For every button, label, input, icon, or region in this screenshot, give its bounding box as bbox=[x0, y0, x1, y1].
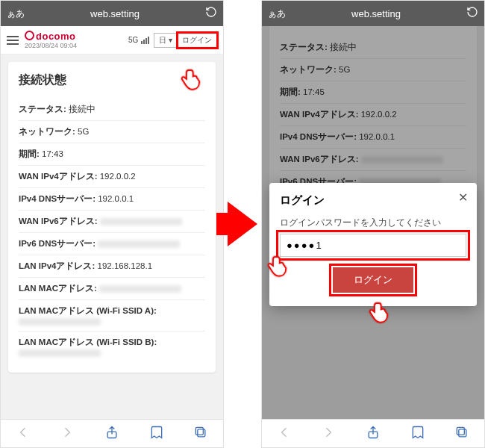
text-size-control[interactable]: ぁあ bbox=[268, 7, 286, 20]
info-row: 期間: 17:45 bbox=[280, 81, 466, 103]
info-row: WAN IPv6アドレス: bbox=[19, 210, 205, 232]
url-text[interactable]: web.setting bbox=[31, 8, 199, 19]
brand-logo: docomo bbox=[25, 31, 77, 42]
browser-toolbar bbox=[1, 419, 223, 447]
signal-label: 5G bbox=[128, 36, 138, 44]
info-row: WAN IPv4アドレス: 192.0.0.2 bbox=[19, 165, 205, 187]
transition-arrow-icon bbox=[224, 0, 261, 448]
forward-icon[interactable] bbox=[321, 425, 336, 443]
login-submit-button[interactable]: ログイン bbox=[333, 267, 413, 293]
svg-rect-1 bbox=[198, 429, 205, 436]
bookmarks-icon[interactable] bbox=[149, 425, 164, 443]
info-row: IPv4 DNSサーバー: 192.0.0.1 bbox=[280, 125, 466, 148]
info-row: WAN IPv6アドレス: bbox=[280, 148, 466, 170]
info-row: LAN MACアドレス (Wi-Fi SSID A): bbox=[19, 299, 205, 331]
info-row: IPv6 DNSサーバー: bbox=[19, 232, 205, 255]
pointer-hand-icon bbox=[366, 299, 392, 325]
info-row: IPv4 DNSサーバー: 192.0.0.1 bbox=[19, 187, 205, 210]
browser-toolbar bbox=[262, 419, 484, 447]
password-input[interactable] bbox=[280, 234, 466, 257]
close-icon[interactable]: ✕ bbox=[458, 190, 468, 205]
reload-icon[interactable] bbox=[466, 6, 478, 21]
info-row: LAN IPv4アドレス: 192.168.128.1 bbox=[19, 255, 205, 277]
info-row: LAN MACアドレス: bbox=[19, 277, 205, 299]
back-icon[interactable] bbox=[16, 425, 31, 443]
svg-rect-5 bbox=[457, 427, 465, 435]
info-row: 期間: 17:43 bbox=[19, 143, 205, 165]
bookmarks-icon[interactable] bbox=[410, 425, 425, 443]
pointer-hand-icon bbox=[178, 66, 204, 92]
phone-before: ぁあ web.setting docomo 2023/08/24 09:04 5… bbox=[0, 0, 224, 448]
login-button[interactable]: ログイン bbox=[178, 33, 217, 48]
text-size-control[interactable]: ぁあ bbox=[7, 7, 25, 20]
password-label: ログインパスワードを入力してください bbox=[280, 217, 466, 229]
pointer-hand-icon bbox=[265, 253, 290, 279]
share-icon[interactable] bbox=[104, 425, 119, 443]
login-modal: ✕ ログイン ログインパスワードを入力してください ログイン bbox=[269, 183, 477, 306]
content-area: ステータス: 接続中ネットワーク: 5G期間: 17:45WAN IPv4アドレ… bbox=[262, 26, 484, 419]
back-icon[interactable] bbox=[277, 425, 292, 443]
info-row: ステータス: 接続中 bbox=[19, 99, 205, 120]
url-text[interactable]: web.setting bbox=[292, 8, 460, 19]
tabs-icon[interactable] bbox=[193, 425, 208, 443]
signal-bars-icon bbox=[141, 37, 149, 44]
card-title: 接続状態 bbox=[19, 72, 205, 88]
address-bar: ぁあ web.setting bbox=[1, 1, 223, 26]
status-card: 接続状態 ステータス: 接続中ネットワーク: 5G期間: 17:43WAN IP… bbox=[8, 62, 216, 373]
hamburger-icon[interactable] bbox=[7, 36, 19, 45]
info-row: ネットワーク: 5G bbox=[280, 58, 466, 81]
app-header: docomo 2023/08/24 09:04 5G 日 ▾ ログイン bbox=[1, 26, 223, 55]
info-row: ネットワーク: 5G bbox=[19, 120, 205, 143]
info-row: LAN MACアドレス (Wi-Fi SSID B): bbox=[19, 331, 205, 362]
svg-rect-2 bbox=[196, 427, 204, 435]
info-row: ステータス: 接続中 bbox=[280, 37, 466, 58]
timestamp: 2023/08/24 09:04 bbox=[25, 42, 77, 49]
address-bar: ぁあ web.setting bbox=[262, 1, 484, 26]
tabs-icon[interactable] bbox=[454, 425, 469, 443]
reload-icon[interactable] bbox=[205, 6, 217, 21]
share-icon[interactable] bbox=[366, 425, 381, 443]
forward-icon[interactable] bbox=[60, 425, 75, 443]
modal-title: ログイン bbox=[280, 193, 466, 208]
phone-after: ぁあ web.setting ステータス: 接続中ネットワーク: 5G期間: 1… bbox=[261, 0, 485, 448]
svg-rect-4 bbox=[459, 429, 466, 436]
content-area: 接続状態 ステータス: 接続中ネットワーク: 5G期間: 17:43WAN IP… bbox=[1, 55, 223, 419]
language-button[interactable]: 日 ▾ bbox=[154, 33, 178, 48]
info-row: WAN IPv4アドレス: 192.0.0.2 bbox=[280, 103, 466, 125]
